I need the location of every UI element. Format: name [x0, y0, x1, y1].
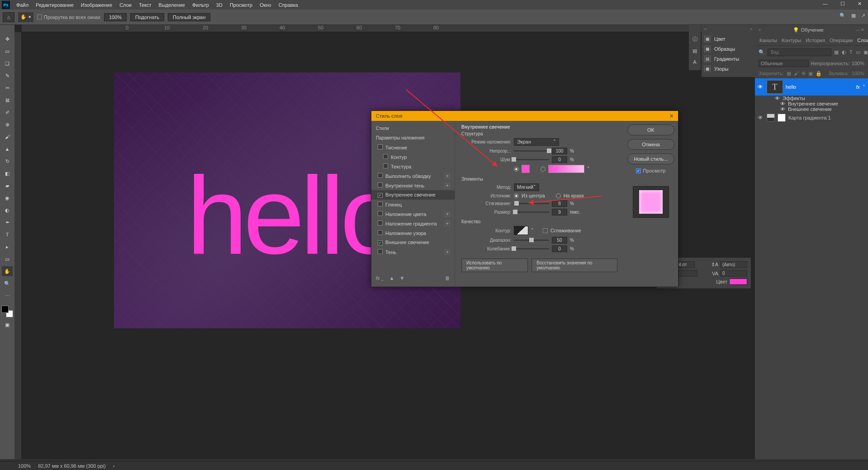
status-zoom[interactable]: 100%	[18, 463, 31, 469]
opacity-slider[interactable]	[514, 150, 549, 152]
layer-filter-input[interactable]	[768, 48, 831, 56]
choke-input[interactable]: 8	[552, 200, 567, 207]
leading-input[interactable]: (Авто)	[720, 261, 747, 268]
layer-gradient-map[interactable]: 👁 Карта градиента 1	[755, 112, 868, 124]
dialog-titlebar[interactable]: Стиль слоя ✕	[371, 111, 678, 121]
expand-icon[interactable]: ˅	[863, 84, 865, 90]
mini-panel-patterns[interactable]: ▦Узоры	[702, 64, 755, 74]
jitter-input[interactable]: 0	[552, 245, 567, 252]
visibility-icon[interactable]: 👁	[758, 84, 764, 90]
style-gradient-overlay[interactable]: Наложение градиента+	[371, 219, 455, 228]
minimize-icon[interactable]: —	[819, 1, 831, 7]
style-inner-shadow[interactable]: Внутренняя тень+	[371, 181, 455, 190]
lasso-tool[interactable]: ❑	[2, 58, 13, 68]
layer-hello[interactable]: 👁 T hello fx ˅	[755, 78, 868, 96]
brush-tool[interactable]: 🖌	[2, 132, 13, 142]
more-tools[interactable]: ⋯	[2, 291, 13, 301]
menu-edit[interactable]: Редактирование	[32, 2, 77, 8]
contour-picker[interactable]	[514, 226, 528, 235]
eraser-tool[interactable]: ◧	[2, 168, 13, 178]
dodge-tool[interactable]: ◐	[2, 205, 13, 215]
foreground-background-colors[interactable]	[1, 306, 13, 317]
glow-gradient-swatch[interactable]	[548, 165, 584, 173]
jitter-slider[interactable]	[514, 248, 549, 249]
gradient-tool[interactable]: ▰	[2, 181, 13, 191]
frame-tool[interactable]: ⊠	[2, 95, 13, 105]
path-select-tool[interactable]: ▸	[2, 242, 13, 252]
workspace-icon[interactable]: ▦	[851, 13, 856, 19]
layer-name[interactable]: hello	[786, 84, 796, 90]
style-inner-glow[interactable]: Внутреннее свечение	[371, 190, 455, 200]
style-contour[interactable]: Контур	[371, 152, 455, 162]
opacity-value[interactable]: 100%	[852, 61, 864, 66]
home-button[interactable]: ⌂	[3, 12, 14, 22]
heal-tool[interactable]: ⊕	[2, 120, 13, 129]
eyedropper-tool[interactable]: ✐	[2, 107, 13, 117]
status-more-icon[interactable]: ›	[113, 463, 115, 469]
style-drop-shadow[interactable]: Тень+	[371, 247, 455, 257]
style-pattern-overlay[interactable]: Наложение узора	[371, 228, 455, 238]
menu-filter[interactable]: Фильтр	[189, 2, 213, 8]
category-styles[interactable]: Стили	[371, 124, 455, 133]
gradient-radio[interactable]	[541, 167, 545, 172]
layer-name[interactable]: Карта градиента 1	[788, 115, 831, 120]
size-input[interactable]: 9	[552, 209, 567, 216]
style-stroke[interactable]: Выполнить обводку+	[371, 171, 455, 181]
tab-paths[interactable]: Контуры	[782, 38, 801, 43]
lock-brush-icon[interactable]: 🖌	[794, 71, 799, 76]
opacity-input[interactable]: 100	[552, 148, 567, 154]
tab-actions[interactable]: Операции	[830, 38, 853, 43]
new-style-button[interactable]: Новый стиль...	[627, 153, 674, 164]
range-slider[interactable]	[514, 240, 549, 241]
crop-tool[interactable]: ✂	[2, 83, 13, 93]
menu-file[interactable]: Файл	[13, 2, 32, 8]
menu-select[interactable]: Выделение	[155, 2, 189, 8]
filter-shape-icon[interactable]: ▭	[856, 49, 860, 55]
menu-help[interactable]: Справка	[275, 2, 302, 8]
source-center-radio[interactable]	[514, 193, 519, 198]
kerning-input[interactable]: 0	[720, 270, 747, 277]
choke-slider[interactable]	[514, 203, 549, 204]
noise-input[interactable]: 0	[552, 156, 567, 163]
trash-icon[interactable]: 🗑	[445, 275, 450, 281]
blur-tool[interactable]: ◉	[2, 193, 13, 203]
color-radio[interactable]	[514, 167, 519, 172]
move-tool[interactable]: ✥	[2, 34, 13, 44]
lock-move-icon[interactable]: ✥	[802, 71, 806, 77]
reset-defaults-button[interactable]: Восстановить значения по умолчанию	[531, 259, 617, 272]
layer-effect-inner-glow[interactable]: 👁Внутреннее свечение	[755, 101, 868, 106]
menu-text[interactable]: Текст	[135, 2, 155, 8]
style-outer-glow[interactable]: Внешнее свечение	[371, 238, 455, 247]
hand-tool[interactable]: ✋	[2, 266, 13, 276]
visibility-icon[interactable]: 👁	[758, 115, 764, 121]
share-icon[interactable]: ↗	[861, 13, 865, 19]
style-texture[interactable]: Текстура	[371, 162, 455, 171]
source-edge-radio[interactable]	[556, 193, 561, 198]
range-input[interactable]: 50	[552, 237, 567, 244]
hand-tool-option[interactable]: ✋ ▾	[18, 12, 33, 22]
screenmode-tool[interactable]: ▣	[2, 320, 13, 330]
noise-slider[interactable]	[514, 159, 549, 160]
pen-tool[interactable]: ✒	[2, 217, 13, 227]
tab-history[interactable]: История	[806, 38, 825, 43]
zoom-tool[interactable]: 🔍	[2, 278, 13, 288]
filter-smart-icon[interactable]: ▣	[863, 49, 868, 55]
layer-effects-header[interactable]: 👁Эффекты	[755, 96, 868, 101]
type-tool[interactable]: T	[2, 230, 13, 240]
method-select[interactable]: Мягкий˅	[514, 183, 539, 191]
fx-badge[interactable]: fx	[856, 84, 860, 90]
shape-tool[interactable]: ▭	[2, 254, 13, 264]
learn-tab[interactable]: 💡 Обучение	[793, 27, 824, 33]
maximize-icon[interactable]: ☐	[837, 1, 849, 7]
style-color-overlay[interactable]: Наложение цвета+	[371, 209, 455, 219]
menu-window[interactable]: Окно	[256, 2, 275, 8]
blend-mode-select[interactable]: Обычные	[759, 60, 809, 67]
quick-select-tool[interactable]: ✎	[2, 71, 13, 81]
fx-icon[interactable]: fx ˬ	[376, 275, 384, 281]
close-icon[interactable]: ✕	[854, 1, 865, 7]
style-bevel[interactable]: Тиснение	[371, 143, 455, 152]
mini-panel-color[interactable]: ▦Цвет	[702, 34, 755, 44]
mini-panel-swatches[interactable]: ▦Образцы	[702, 44, 755, 54]
dialog-close-icon[interactable]: ✕	[669, 113, 674, 119]
search-icon[interactable]: 🔍	[840, 13, 846, 19]
